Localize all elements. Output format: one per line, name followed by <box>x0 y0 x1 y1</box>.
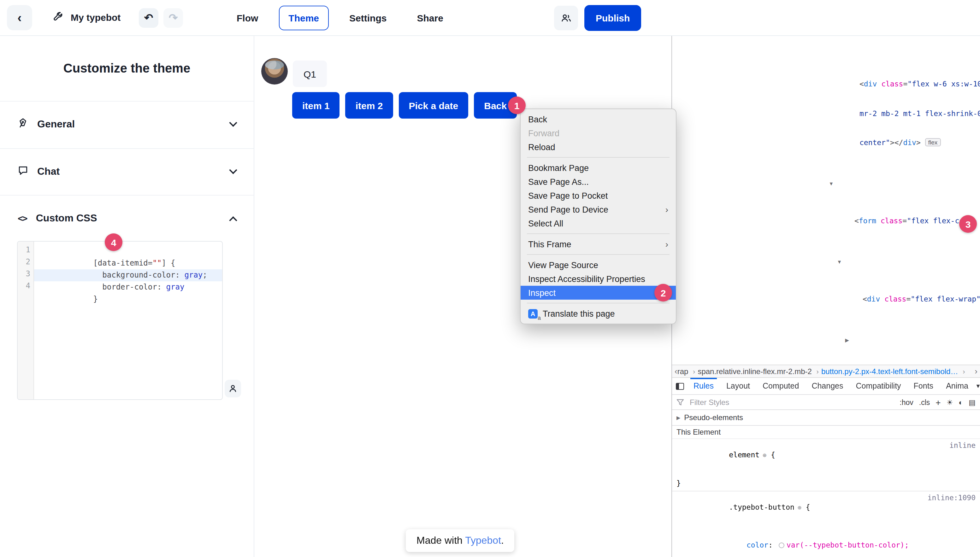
step-badge-1: 1 <box>508 96 526 114</box>
style-panel-tab[interactable]: Anima <box>940 378 974 394</box>
toggle-panes-icon[interactable] <box>676 383 684 389</box>
breadcrumb-item[interactable]: span.relative.inline-flex.mr-2.mb-2 <box>698 367 812 376</box>
context-menu-item-wrap: A Reload › <box>520 140 676 158</box>
context-menu-item-wrap: A Save Page As... › <box>520 175 676 189</box>
menu-item-label: Inspect Accessibility Properties <box>528 274 645 283</box>
filter-styles-bar[interactable]: Filter Styles :hov .cls + ☀ ◐ ▤ <box>672 395 980 410</box>
chat-bubble: Q1 <box>293 60 327 87</box>
style-panel-tab[interactable]: Layout <box>721 378 756 394</box>
devtools-breadcrumbs: ‹ rap › span.relative.inline-flex.mr-2.m… <box>672 365 980 378</box>
hover-toggle[interactable]: :hov <box>900 398 913 406</box>
context-menu-item[interactable]: A Select All › <box>520 217 676 230</box>
made-with-badge[interactable]: Made with Typebot. <box>406 529 515 552</box>
menu-separator <box>527 233 670 234</box>
style-panel-tab[interactable]: Compatibility <box>850 378 907 394</box>
rule-source-link[interactable]: inline:1090 <box>928 493 975 503</box>
custom-css-editor[interactable]: 1234 [data-itemid=""] { background-color… <box>17 241 223 400</box>
theme-section-row[interactable]: <> Custom CSS <box>0 195 254 242</box>
panel-tabs-caret-icon[interactable]: ▼ <box>975 383 980 389</box>
nav-tab[interactable]: Flow <box>227 6 267 30</box>
context-menu-item-wrap: A View Page Source › <box>520 258 676 272</box>
context-menu-item[interactable]: A Back › <box>520 112 676 126</box>
context-menu-item[interactable]: A This Frame › <box>520 237 676 251</box>
print-media-icon[interactable]: ▤ <box>969 398 975 407</box>
dom-tree-row[interactable]: ▶ <span class="relative inline-flex mr-2… <box>672 334 980 365</box>
nav-tab[interactable]: Theme <box>279 6 328 30</box>
context-menu-item[interactable]: A Send Page to Device › <box>520 202 676 217</box>
style-panel-tab[interactable]: Computed <box>757 378 805 394</box>
breadcrumb-item[interactable]: rap <box>677 367 688 376</box>
context-menu-item[interactable]: A Translate this page › <box>520 306 676 321</box>
context-menu-item-wrap: A Save Page to Pocket › <box>520 189 676 202</box>
dom-code-segment: < <box>863 295 867 303</box>
section-icon-glyph <box>18 118 28 131</box>
breadcrumb-separator-icon: › <box>693 367 695 375</box>
rule-selector-line: element⊕ { inline <box>672 441 980 479</box>
redo-icon: ↷ <box>169 11 178 24</box>
nav-tab[interactable]: Settings <box>340 6 396 30</box>
collaborators-button[interactable] <box>554 6 578 30</box>
dom-tree-row[interactable]: <div class="flex w-6 xs:w-10 h-6 xs:h-10… <box>672 41 980 177</box>
expand-marker-icon[interactable]: ▼ <box>837 257 842 267</box>
style-panel-tab[interactable]: Fonts <box>908 378 939 394</box>
light-theme-icon[interactable]: ☀ <box>947 398 953 407</box>
editor-code[interactable]: [data-itemid=""] { background-color: gra… <box>34 242 222 399</box>
dom-tree-row[interactable]: ▼ <div class="flex flex-wrap"> flex <box>672 256 980 334</box>
made-with-text: Made with <box>416 535 465 546</box>
style-panel-tab[interactable]: Rules <box>688 378 719 394</box>
context-menu-item[interactable]: A Bookmark Page › <box>520 161 676 175</box>
css-rules-list: element⊕ { inline } .typebot-button⊕ { i… <box>672 439 980 557</box>
dom-code-segment: = <box>902 217 907 225</box>
class-toggle[interactable]: .cls <box>919 398 930 406</box>
context-menu-item[interactable]: A Inspect Accessibility Properties › <box>520 272 676 286</box>
rule-source-link[interactable]: inline <box>949 441 975 450</box>
dom-code-segment: class <box>877 80 903 88</box>
nav-tab[interactable]: Share <box>407 6 452 30</box>
context-menu-item[interactable]: A Save Page to Pocket › <box>520 189 676 202</box>
context-menu-item-wrap: A Back › <box>520 112 676 126</box>
expand-marker-icon[interactable]: ▼ <box>829 179 834 189</box>
made-with-period: . <box>501 535 504 546</box>
line-number: 4 <box>18 281 33 293</box>
pseudo-elements-section[interactable]: ▶ Pseudo-elements <box>672 410 980 426</box>
add-rule-icon[interactable]: + <box>936 397 941 407</box>
dom-tree-line: <form class="flex flex-col"> flex <box>793 207 980 236</box>
context-menu-item[interactable]: A Reload › <box>520 140 676 154</box>
menu-item-label: Inspect <box>528 288 556 297</box>
back-button[interactable]: ‹ <box>7 5 32 30</box>
typebot-link[interactable]: Typebot <box>465 535 501 546</box>
context-menu-item[interactable]: A Save Page As... › <box>520 175 676 189</box>
choice-button[interactable]: item 2 <box>346 92 393 119</box>
semicolon: ; <box>905 541 909 549</box>
dom-code-segment: "flex w-6 xs:w-10 h-6 xs:h-10 <box>907 80 980 88</box>
context-menu-item[interactable]: A View Page Source › <box>520 258 676 272</box>
breadcrumb-scroll-left-icon[interactable]: ‹ <box>675 366 677 376</box>
host-avatar <box>261 58 288 85</box>
choice-button[interactable]: Pick a date <box>398 92 468 119</box>
publish-button[interactable]: Publish <box>584 5 641 31</box>
choice-button[interactable]: item 1 <box>292 92 340 119</box>
undo-icon: ↶ <box>144 11 153 24</box>
dom-tree-row[interactable]: ▼ <form class="flex flex-col"> flex <box>672 177 980 256</box>
chevron-icon <box>229 166 237 174</box>
avatar-settings-button[interactable] <box>225 380 241 397</box>
style-panel-tabs: RulesLayoutComputedChangesCompatibilityF… <box>672 378 980 395</box>
step-badge-3: 3 <box>959 215 977 233</box>
translate-icon: A <box>528 309 538 318</box>
breadcrumb-scroll-right-icon[interactable]: › <box>975 366 977 376</box>
context-menu-item[interactable]: A Forward › <box>520 126 676 140</box>
theme-section-row[interactable]: General <box>0 101 254 148</box>
breadcrumb-item[interactable]: button.py-2.px-4.text-left.font-semibold… <box>821 367 958 376</box>
chevron-left-icon: ‹ <box>17 10 21 25</box>
filter-icon <box>677 398 684 406</box>
color-swatch[interactable] <box>779 542 785 548</box>
css-declaration[interactable]: color: var(--typebot-button-color); <box>672 531 980 557</box>
theme-section-row[interactable]: Chat <box>0 148 254 195</box>
redo-button[interactable]: ↷ <box>163 8 183 28</box>
undo-button[interactable]: ↶ <box>139 8 158 28</box>
context-menu-item[interactable]: A Inspect › 2 <box>520 286 676 300</box>
filter-placeholder: Filter Styles <box>690 398 894 407</box>
expand-marker-icon[interactable]: ▶ <box>845 336 849 345</box>
style-panel-tab[interactable]: Changes <box>806 378 849 394</box>
dark-theme-icon[interactable]: ◐ <box>959 398 963 406</box>
